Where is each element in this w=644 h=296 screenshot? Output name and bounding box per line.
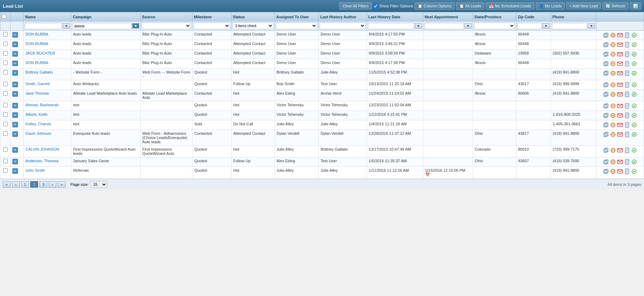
doc-icon[interactable] bbox=[624, 168, 630, 175]
check-icon[interactable] bbox=[631, 51, 637, 57]
check-icon[interactable] bbox=[631, 42, 637, 48]
copy-lead-icon[interactable] bbox=[603, 112, 609, 119]
web-icon[interactable] bbox=[610, 147, 616, 153]
check-icon[interactable] bbox=[631, 147, 637, 153]
web-icon[interactable] bbox=[610, 131, 616, 138]
lead-name-link[interactable]: CALVIN JOHNSON bbox=[25, 147, 59, 151]
copy-lead-icon[interactable] bbox=[603, 103, 609, 109]
lead-name-link[interactable]: Smith, Garrett bbox=[25, 82, 49, 86]
web-icon[interactable] bbox=[610, 168, 616, 175]
doc-icon[interactable] bbox=[624, 91, 630, 97]
lead-name-link[interactable]: Brittney Gallatin bbox=[25, 70, 53, 74]
check-icon[interactable] bbox=[631, 70, 637, 76]
filter-zip-button[interactable]: ▼ bbox=[542, 23, 550, 29]
doc-icon[interactable] bbox=[624, 32, 630, 38]
email-icon[interactable] bbox=[617, 112, 623, 119]
lead-name-link[interactable]: Alberti, Keith bbox=[25, 112, 47, 116]
row-checkbox[interactable] bbox=[3, 51, 8, 56]
check-icon[interactable] bbox=[631, 112, 637, 119]
filter-phone-input[interactable] bbox=[552, 23, 587, 29]
filter-milestone-select[interactable] bbox=[194, 23, 230, 29]
row-checkbox[interactable] bbox=[3, 91, 8, 96]
filter-hist-date-input[interactable] bbox=[368, 23, 414, 29]
filter-phone-button[interactable]: ▼ bbox=[588, 23, 595, 29]
copy-lead-icon[interactable] bbox=[603, 82, 609, 88]
check-icon[interactable] bbox=[631, 82, 637, 88]
web-icon[interactable] bbox=[610, 91, 616, 97]
doc-icon[interactable] bbox=[624, 42, 630, 48]
last-page-button[interactable]: » bbox=[58, 181, 66, 188]
filter-next-appt-button[interactable]: ▼ bbox=[465, 23, 472, 29]
doc-icon[interactable] bbox=[624, 70, 630, 76]
filter-campaign-button[interactable]: ▼ bbox=[132, 23, 139, 29]
web-icon[interactable] bbox=[610, 61, 616, 67]
email-icon[interactable] bbox=[617, 42, 623, 48]
filter-name-button[interactable]: ▼ bbox=[63, 23, 70, 29]
copy-lead-icon[interactable] bbox=[603, 42, 609, 48]
row-checkbox[interactable] bbox=[3, 159, 8, 163]
lead-name-link[interactable]: DON BUBBA bbox=[25, 42, 48, 46]
filter-next-appt-input[interactable] bbox=[424, 23, 464, 29]
row-checkbox[interactable] bbox=[3, 82, 8, 86]
my-scheduled-leads-button[interactable]: 📅 My Scheduled Leads bbox=[486, 2, 534, 10]
filter-name-input[interactable] bbox=[25, 23, 62, 29]
email-icon[interactable] bbox=[617, 168, 623, 175]
export-button[interactable]: 📊 bbox=[630, 2, 641, 10]
copy-lead-icon[interactable] bbox=[603, 168, 609, 175]
page-3-button[interactable]: 3 bbox=[39, 181, 47, 188]
lead-name-link[interactable]: Kelley, Charvis bbox=[25, 122, 51, 126]
page-size-select[interactable]: 15 25 50 100 bbox=[90, 181, 107, 188]
email-icon[interactable] bbox=[617, 70, 623, 76]
check-icon[interactable] bbox=[631, 61, 637, 67]
doc-icon[interactable] bbox=[624, 51, 630, 57]
row-checkbox[interactable] bbox=[3, 147, 8, 152]
filter-hist-date-button[interactable]: ▼ bbox=[415, 23, 422, 29]
refresh-button[interactable]: 🔄 Refresh bbox=[602, 2, 628, 10]
lead-name-link[interactable]: DON BUBBA bbox=[25, 32, 48, 36]
filter-assigned-select[interactable] bbox=[276, 23, 318, 29]
copy-lead-icon[interactable] bbox=[603, 131, 609, 138]
doc-icon[interactable] bbox=[624, 112, 630, 119]
first-page-button[interactable]: « bbox=[3, 181, 11, 188]
doc-icon[interactable] bbox=[624, 159, 630, 165]
email-icon[interactable] bbox=[617, 122, 623, 128]
doc-icon[interactable] bbox=[624, 131, 630, 138]
lead-name-link[interactable]: Gavin Johnson bbox=[25, 131, 51, 136]
check-icon[interactable] bbox=[631, 168, 637, 175]
row-checkbox[interactable] bbox=[3, 42, 8, 46]
check-icon[interactable] bbox=[631, 131, 637, 138]
filter-zip-input[interactable] bbox=[517, 23, 542, 29]
email-icon[interactable] bbox=[617, 91, 623, 97]
add-new-lead-button[interactable]: + Add New Lead bbox=[566, 2, 601, 10]
lead-name-link[interactable]: John Smith bbox=[25, 168, 45, 172]
email-icon[interactable] bbox=[617, 61, 623, 67]
email-icon[interactable] bbox=[617, 159, 623, 165]
row-checkbox[interactable] bbox=[3, 122, 8, 126]
page-2-button[interactable]: 2 bbox=[30, 181, 38, 188]
lead-name-link[interactable]: Ahmad, Basheerah bbox=[25, 103, 59, 107]
row-checkbox[interactable] bbox=[3, 70, 8, 75]
lead-name-link[interactable]: Jane Thomas bbox=[25, 91, 49, 95]
email-icon[interactable] bbox=[617, 82, 623, 88]
email-icon[interactable] bbox=[617, 32, 623, 38]
filter-campaign-input[interactable] bbox=[72, 23, 131, 29]
web-icon[interactable] bbox=[610, 112, 616, 119]
lead-name-link[interactable]: Anderson, Theresa bbox=[25, 159, 58, 163]
row-checkbox[interactable] bbox=[3, 103, 8, 107]
copy-lead-icon[interactable] bbox=[603, 51, 609, 57]
show-filter-checkbox[interactable] bbox=[373, 4, 378, 8]
check-icon[interactable] bbox=[631, 32, 637, 38]
row-checkbox[interactable] bbox=[3, 61, 8, 65]
email-icon[interactable] bbox=[617, 103, 623, 109]
doc-icon[interactable] bbox=[624, 103, 630, 109]
web-icon[interactable] bbox=[610, 103, 616, 109]
check-icon[interactable] bbox=[631, 159, 637, 165]
clear-filters-button[interactable]: Clear All Filters bbox=[339, 2, 372, 10]
filter-state-select[interactable] bbox=[474, 23, 515, 29]
doc-icon[interactable] bbox=[624, 122, 630, 128]
row-checkbox[interactable] bbox=[3, 112, 8, 117]
web-icon[interactable] bbox=[610, 32, 616, 38]
check-icon[interactable] bbox=[631, 122, 637, 128]
copy-lead-icon[interactable] bbox=[603, 122, 609, 128]
copy-lead-icon[interactable] bbox=[603, 159, 609, 165]
